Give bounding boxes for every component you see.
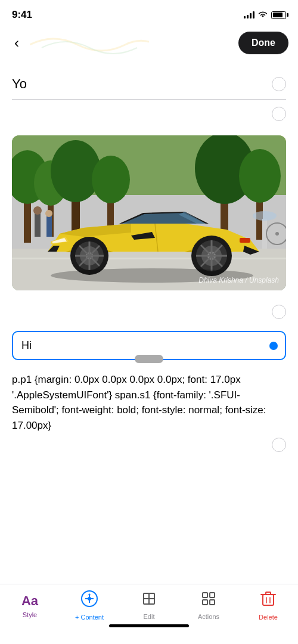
svg-rect-50 <box>210 593 215 597</box>
divider-line <box>12 99 286 100</box>
delete-icon <box>260 590 276 611</box>
back-button[interactable]: ‹ <box>10 32 24 54</box>
signal-icon <box>244 11 254 18</box>
drag-handle[interactable] <box>135 355 163 363</box>
style-icon: Aa <box>21 593 38 609</box>
delete-label: Delete <box>259 614 278 621</box>
style-label: Style <box>23 611 37 618</box>
yo-text-row: Yo <box>12 72 286 97</box>
add-content-toolbar-item[interactable]: + Content <box>69 590 110 621</box>
svg-point-14 <box>239 149 281 203</box>
home-indicator <box>109 624 189 627</box>
svg-rect-55 <box>266 592 271 595</box>
status-time: 9:41 <box>12 9 32 21</box>
svg-rect-51 <box>203 600 207 605</box>
car-scene-svg <box>12 135 286 290</box>
edit-icon <box>141 591 157 611</box>
edit-label: Edit <box>144 613 155 620</box>
style-toolbar-item[interactable]: Aa Style <box>9 593 51 618</box>
add-content-label: + Content <box>75 614 104 621</box>
toolbar-items: Aa Style + Content <box>0 590 298 621</box>
svg-rect-38 <box>240 238 250 243</box>
empty-radio-1[interactable] <box>272 107 286 121</box>
svg-point-18 <box>33 206 42 215</box>
status-bar: 9:41 <box>0 0 298 26</box>
wifi-icon <box>258 11 268 20</box>
image-caption: Dhiva Krishna / Unsplash <box>198 276 279 284</box>
status-icons <box>244 11 286 20</box>
actions-icon <box>201 591 216 611</box>
content-area: Yo <box>0 60 298 528</box>
car-image: Dhiva Krishna / Unsplash <box>12 135 286 290</box>
hi-input-box[interactable]: Hi <box>12 331 286 360</box>
nav-bar: ‹ Done <box>0 26 298 60</box>
hi-text: Hi <box>21 339 32 351</box>
yo-text: Yo <box>12 76 27 92</box>
svg-rect-19 <box>46 216 52 237</box>
code-text-block: p.p1 {margin: 0.0px 0.0px 0.0px 0.0px; f… <box>12 367 286 457</box>
add-content-icon <box>81 590 98 611</box>
svg-point-10 <box>92 156 130 203</box>
delete-toolbar-item[interactable]: Delete <box>247 590 289 621</box>
svg-point-20 <box>45 210 52 217</box>
empty-radio-2[interactable] <box>272 305 286 319</box>
empty-radio-row-1 <box>12 102 286 126</box>
yo-radio[interactable] <box>272 77 286 91</box>
car-image-block[interactable]: Dhiva Krishna / Unsplash <box>12 135 286 290</box>
code-text: p.p1 {margin: 0.0px 0.0px 0.0px 0.0px; f… <box>12 374 266 431</box>
svg-rect-49 <box>203 593 207 597</box>
actions-toolbar-item[interactable]: Actions <box>188 591 229 620</box>
empty-radio-row-2 <box>12 300 286 324</box>
svg-rect-17 <box>35 213 41 237</box>
svg-rect-52 <box>210 600 215 605</box>
done-button[interactable]: Done <box>238 32 288 54</box>
wave-decoration <box>30 33 149 57</box>
edit-toolbar-item[interactable]: Edit <box>128 591 170 620</box>
svg-rect-53 <box>263 595 274 605</box>
bottom-toolbar: Aa Style + Content <box>0 584 298 644</box>
svg-point-41 <box>253 211 277 221</box>
battery-icon <box>271 11 286 19</box>
svg-rect-16 <box>12 258 286 259</box>
svg-point-45 <box>88 597 91 600</box>
blue-dot-indicator <box>269 342 278 350</box>
actions-label: Actions <box>198 613 219 620</box>
code-text-radio[interactable] <box>272 438 286 452</box>
svg-point-43 <box>275 232 279 236</box>
